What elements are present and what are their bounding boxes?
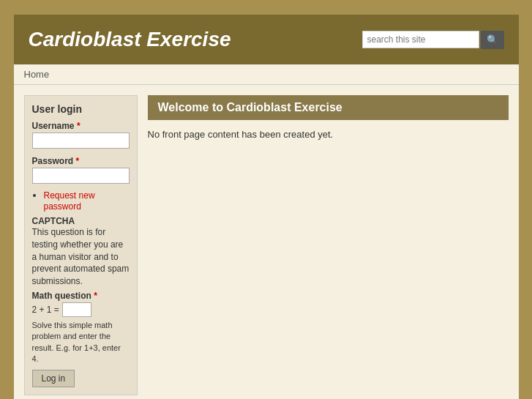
login-button[interactable]: Log in xyxy=(32,370,75,387)
captcha-label: CAPTCHA xyxy=(32,216,130,226)
user-login-block: User login Username * Password * Request… xyxy=(24,95,138,395)
math-question-row: 2 + 1 = xyxy=(32,302,130,317)
search-form: 🔍 xyxy=(362,31,504,49)
header: Cardioblast Exercise 🔍 xyxy=(14,15,519,64)
nav-bar: Home xyxy=(14,64,519,85)
welcome-heading: Welcome to Cardioblast Exercise xyxy=(148,95,509,120)
username-input[interactable] xyxy=(32,133,130,149)
math-answer-input[interactable] xyxy=(62,302,91,317)
search-button[interactable]: 🔍 xyxy=(481,31,504,49)
content-area: User login Username * Password * Request… xyxy=(14,85,519,399)
nav-home-link[interactable]: Home xyxy=(24,69,50,80)
request-password-item: Request new password xyxy=(44,190,130,212)
site-title: Cardioblast Exercise xyxy=(29,28,231,51)
main-content: Welcome to Cardioblast Exercise No front… xyxy=(148,95,509,399)
request-password-link[interactable]: Request new password xyxy=(44,190,95,212)
user-login-title: User login xyxy=(32,103,130,115)
captcha-description: This question is for testing whether you… xyxy=(32,226,130,288)
math-required-star: * xyxy=(94,291,97,301)
search-input[interactable] xyxy=(362,31,479,48)
no-content-text: No front page content has been created y… xyxy=(148,129,509,140)
sidebar: User login Username * Password * Request… xyxy=(24,95,138,399)
password-required-star: * xyxy=(76,156,80,166)
math-equation: 2 + 1 = xyxy=(32,305,59,315)
username-required-star: * xyxy=(77,121,80,131)
math-hint: Solve this simple math problem and enter… xyxy=(32,320,130,365)
password-input[interactable] xyxy=(32,168,130,184)
math-question-label: Math question * xyxy=(32,291,130,301)
password-label: Password * xyxy=(32,156,130,166)
username-label: Username * xyxy=(32,121,130,131)
